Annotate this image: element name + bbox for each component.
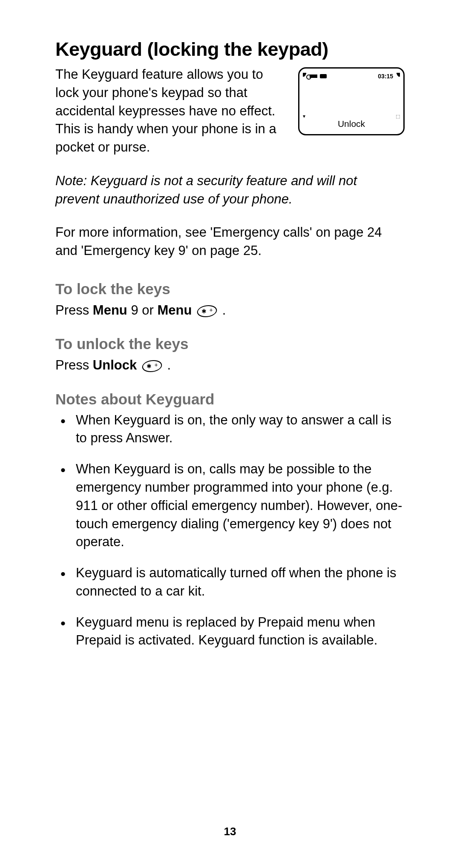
phone-softkey-label: Unlock [302,119,401,129]
note-paragraph: Note: Keyguard is not a security feature… [55,172,405,209]
star-key-icon [196,305,218,317]
list-item: When Keyguard is on, the only way to ans… [76,411,405,448]
list-item: When Keyguard is on, calls may be possib… [76,460,405,551]
list-item: Keyguard menu is replaced by Prepaid men… [76,613,405,650]
notes-list: When Keyguard is on, the only way to ans… [55,411,405,650]
star-key-icon [141,360,164,372]
key-icon [310,74,317,78]
lock-instruction: Press Menu 9 or Menu . [55,301,405,319]
more-info-paragraph: For more information, see 'Emergency cal… [55,223,405,260]
unlock-instruction: Press Unlock . [55,356,405,374]
signal-bars-left: ▾ [303,73,306,119]
phone-time: 03:15 [378,73,393,80]
battery-icon [320,74,327,78]
notes-heading: Notes about Keyguard [55,391,405,408]
intro-paragraph: The Keyguard feature allows you to lock … [55,66,290,157]
page-title: Keyguard (locking the keypad) [55,38,405,60]
signal-bars-right: ⬚ [397,73,400,119]
page-number: 13 [0,825,460,838]
phone-screen-illustration: 03:15 ▾ ⬚ Unlock [298,67,405,135]
unlock-heading: To unlock the keys [55,335,405,352]
lock-heading: To lock the keys [55,281,405,298]
list-item: Keyguard is automatically turned off whe… [76,564,405,601]
